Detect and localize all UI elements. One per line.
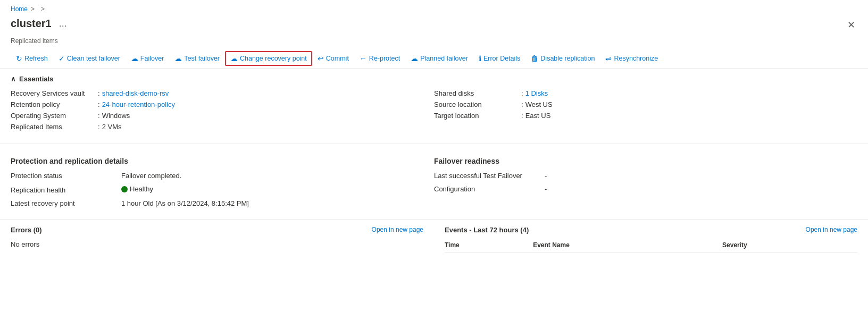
os-value: Windows <box>102 112 130 120</box>
events-col: Events - Last 72 hours (4) Open in new p… <box>434 220 868 259</box>
disable-replication-button[interactable]: 🗑 Disable replication <box>525 51 600 66</box>
failover-readiness-title: Failover readiness <box>434 157 857 165</box>
page-subtitle: Replicated items <box>0 37 868 49</box>
page-title: cluster1 <box>11 18 52 30</box>
essentials-row-os: Operating System : Windows <box>11 112 434 120</box>
title-area: cluster1 ... <box>11 17 70 30</box>
cloud-icon-1: ☁ <box>131 54 138 63</box>
clean-test-failover-label: Clean test failover <box>67 55 120 62</box>
events-open-link[interactable]: Open in new page <box>806 226 857 233</box>
chevron-up-icon: ∧ <box>11 75 16 83</box>
breadcrumb-sep-2: > <box>41 5 45 13</box>
re-protect-label: Re-protect <box>369 55 400 62</box>
events-table-header: Time Event Name Severity <box>445 238 857 253</box>
essentials-row-target-location: Target location : East US <box>434 112 857 120</box>
errors-title: Errors (0) <box>11 226 42 234</box>
target-location-label: Target location <box>434 112 519 120</box>
commit-label: Commit <box>326 55 349 62</box>
breadcrumb-sep-1: > <box>31 5 35 13</box>
refresh-label: Refresh <box>24 55 48 62</box>
test-failover-button[interactable]: ☁ Test failover <box>169 51 225 66</box>
protection-status-row: Protection status Failover completed. <box>11 172 434 180</box>
close-button[interactable]: ✕ <box>845 17 857 33</box>
vault-label: Recovery Services vault <box>11 89 96 97</box>
failover-readiness-col: Failover readiness Last successful Test … <box>434 157 857 213</box>
col-time: Time <box>445 238 533 253</box>
planned-failover-label: Planned failover <box>420 55 468 62</box>
shared-disks-value[interactable]: 1 Disks <box>525 89 548 97</box>
essentials-right-col: Shared disks : 1 Disks Source location :… <box>434 89 857 131</box>
info-icon: ℹ <box>479 54 481 63</box>
commit-icon: ↩ <box>318 54 324 63</box>
replicated-items-label: Replicated Items <box>11 123 96 131</box>
col-severity: Severity <box>722 238 857 253</box>
refresh-button[interactable]: ↻ Refresh <box>11 51 53 66</box>
protection-status-value: Failover completed. <box>121 172 434 180</box>
resynchronize-label: Resynchronize <box>614 55 658 62</box>
events-header: Events - Last 72 hours (4) Open in new p… <box>445 226 857 234</box>
essentials-row-vault: Recovery Services vault : shared-disk-de… <box>11 89 434 97</box>
test-failover-label: Test failover <box>184 55 220 62</box>
arrow-left-icon: ← <box>360 54 367 63</box>
error-details-label: Error Details <box>483 55 520 62</box>
essentials-row-retention: Retention policy : 24-hour-retention-pol… <box>11 100 434 108</box>
error-details-button[interactable]: ℹ Error Details <box>473 51 525 66</box>
source-location-label: Source location <box>434 100 519 108</box>
sync-icon: ⇌ <box>605 54 612 63</box>
trash-icon: 🗑 <box>531 54 538 63</box>
clean-test-failover-button[interactable]: ✓ Clean test failover <box>53 51 126 66</box>
health-text: Healthy <box>130 185 153 193</box>
retention-value[interactable]: 24-hour-retention-policy <box>102 100 175 108</box>
details-section: Protection and replication details Prote… <box>0 150 868 219</box>
health-indicator <box>121 186 128 192</box>
essentials-row-source-location: Source location : West US <box>434 100 857 108</box>
planned-failover-button[interactable]: ☁ Planned failover <box>405 51 473 66</box>
replication-health-row: Replication health Healthy <box>11 185 434 194</box>
commit-button[interactable]: ↩ Commit <box>312 51 354 66</box>
essentials-left-col: Recovery Services vault : shared-disk-de… <box>11 89 434 131</box>
latest-recovery-row: Latest recovery point 1 hour Old [As on … <box>11 199 434 207</box>
vault-value[interactable]: shared-disk-demo-rsv <box>102 89 169 97</box>
replicated-items-value: 2 VMs <box>102 123 122 131</box>
latest-recovery-label: Latest recovery point <box>11 199 117 207</box>
essentials-row-replicated-items: Replicated Items : 2 VMs <box>11 123 434 131</box>
retention-label: Retention policy <box>11 100 96 108</box>
configuration-value: - <box>545 185 857 193</box>
page-header: cluster1 ... ✕ <box>0 15 868 37</box>
divider-1 <box>0 144 868 144</box>
shared-disks-label: Shared disks <box>434 89 519 97</box>
replication-health-label: Replication health <box>11 186 117 194</box>
target-location-value: East US <box>525 112 551 120</box>
essentials-title: Essentials <box>19 75 53 83</box>
protection-status-label: Protection status <box>11 172 117 180</box>
events-title: Events - Last 72 hours (4) <box>445 226 529 234</box>
os-label: Operating System <box>11 112 96 120</box>
last-test-failover-value: - <box>545 172 857 180</box>
configuration-label: Configuration <box>434 185 540 193</box>
source-location-value: West US <box>525 100 553 108</box>
essentials-section: ∧ Essentials Recovery Services vault : s… <box>0 69 868 137</box>
resynchronize-button[interactable]: ⇌ Resynchronize <box>600 51 663 66</box>
protection-col: Protection and replication details Prote… <box>11 157 434 213</box>
events-table: Time Event Name Severity <box>445 238 857 253</box>
refresh-icon: ↻ <box>16 54 22 63</box>
replication-health-value: Healthy <box>121 185 434 193</box>
breadcrumb-home[interactable]: Home <box>11 5 28 13</box>
errors-open-link[interactable]: Open in new page <box>372 226 423 233</box>
last-test-failover-label: Last successful Test Failover <box>434 172 540 180</box>
essentials-header[interactable]: ∧ Essentials <box>11 75 857 83</box>
latest-recovery-value: 1 hour Old [As on 3/12/2024, 8:15:42 PM] <box>121 199 434 207</box>
configuration-row: Configuration - <box>434 185 857 193</box>
disable-replication-label: Disable replication <box>540 55 595 62</box>
re-protect-button[interactable]: ← Re-protect <box>354 51 405 66</box>
col-event-name: Event Name <box>533 238 722 253</box>
failover-button[interactable]: ☁ Failover <box>126 51 169 66</box>
change-recovery-point-button[interactable]: ☁ Change recovery point <box>225 51 312 66</box>
failover-label: Failover <box>140 55 164 62</box>
change-recovery-point-label: Change recovery point <box>240 55 307 62</box>
ellipsis-button[interactable]: ... <box>56 17 70 30</box>
check-icon: ✓ <box>59 54 65 63</box>
cloud-icon-3: ☁ <box>230 54 238 63</box>
breadcrumb: Home > > <box>0 0 868 15</box>
errors-col: Errors (0) Open in new page No errors <box>0 220 434 259</box>
